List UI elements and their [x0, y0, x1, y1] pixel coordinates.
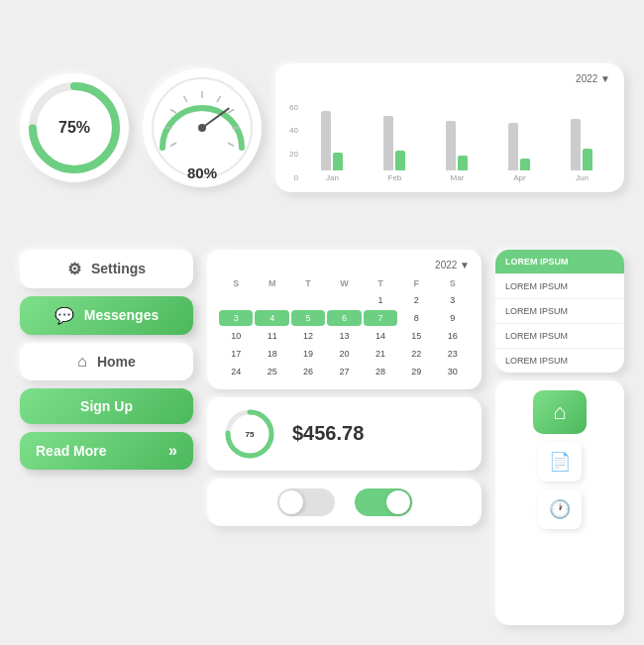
- settings-button[interactable]: Settings: [20, 250, 193, 288]
- toggle-row: [207, 479, 482, 526]
- bar-jan: Jan: [304, 101, 361, 182]
- calendar-grid: S M T W T F S 1 2 3 3 4 5: [219, 276, 470, 379]
- arrow-icon: »: [168, 442, 177, 460]
- readmore-button[interactable]: Read More »: [20, 432, 193, 470]
- speedometer-label: 80%: [187, 164, 217, 181]
- row2: Settings 💬 Messenges Home Sign Up Read M…: [20, 250, 624, 626]
- toggle-on[interactable]: [355, 488, 412, 516]
- left-col: Settings 💬 Messenges Home Sign Up Read M…: [20, 250, 193, 626]
- list-item-1[interactable]: LOREM IPSUM: [495, 274, 624, 299]
- chart-year: 2022 ▼: [576, 73, 610, 84]
- home-icon: [77, 353, 87, 371]
- list-item-3[interactable]: LOREM IPSUM: [495, 324, 624, 349]
- icon-panel: ⌂ 📄 🕐: [495, 380, 624, 626]
- bars-group: Jan Feb: [304, 103, 610, 182]
- toggle-off[interactable]: [277, 488, 335, 516]
- bar-jun: Jun: [554, 101, 610, 182]
- bar-apr: Apr: [491, 101, 548, 182]
- toggle-knob-on: [386, 490, 410, 514]
- progress-label: 75%: [58, 119, 90, 137]
- list-item-2[interactable]: LOREM IPSUM: [495, 299, 624, 324]
- signup-button[interactable]: Sign Up: [20, 388, 193, 424]
- list-card: LOREM IPSUM LOREM IPSUM LOREM IPSUM LORE…: [495, 250, 624, 373]
- doc-icon-btn[interactable]: 📄: [538, 442, 582, 482]
- speedometer: 80%: [143, 68, 262, 187]
- clock-icon-btn[interactable]: 🕐: [538, 489, 582, 529]
- chat-icon: 💬: [54, 306, 74, 325]
- bar-mar: Mar: [429, 101, 485, 182]
- list-item-0[interactable]: LOREM IPSUM: [495, 250, 624, 274]
- payment-progress: 75: [223, 407, 276, 461]
- bar-green: [333, 153, 343, 170]
- doc-icon-glyph: 📄: [549, 451, 571, 473]
- clock-icon-glyph: 🕐: [549, 498, 571, 520]
- bar-chart: 2022 ▼ 60 40 20 0 Jan: [275, 63, 624, 192]
- home-button[interactable]: Home: [20, 343, 193, 380]
- mid-col: 2022 ▼ S M T W T F S 1 2 3: [207, 250, 482, 626]
- payment-percent: 75: [246, 429, 255, 438]
- calendar-year: 2022 ▼: [435, 260, 470, 270]
- row1: 75%: [20, 20, 624, 236]
- list-item-4[interactable]: LOREM IPSUM: [495, 349, 624, 373]
- svg-point-13: [198, 124, 206, 132]
- circular-progress: 75%: [20, 73, 129, 182]
- gear-icon: [67, 260, 81, 278]
- home-icon-btn[interactable]: ⌂: [533, 390, 587, 434]
- payment-card: 75 $456.78: [207, 397, 482, 471]
- messages-button[interactable]: 💬 Messenges: [20, 296, 193, 335]
- chart-y-labels: 60 40 20 0: [289, 103, 298, 182]
- home-icon-glyph: ⌂: [553, 399, 566, 425]
- bar-gray: [321, 111, 331, 170]
- calendar: 2022 ▼ S M T W T F S 1 2 3: [207, 250, 482, 389]
- right-col: LOREM IPSUM LOREM IPSUM LOREM IPSUM LORE…: [495, 250, 624, 626]
- payment-amount: $456.78: [292, 422, 364, 445]
- bar-feb: Feb: [367, 101, 423, 182]
- main-container: 75%: [0, 0, 644, 645]
- toggle-knob-off: [279, 490, 303, 514]
